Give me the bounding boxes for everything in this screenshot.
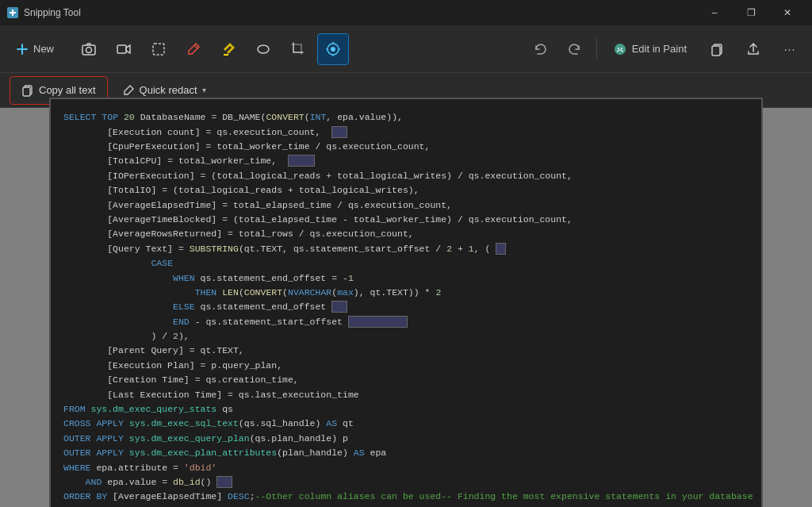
svg-rect-8 [153, 44, 164, 55]
title-bar-left: Snipping Tool [6, 6, 81, 19]
content-area: SELECT TOP 20 DatabaseName = DB_NAME(CON… [0, 108, 812, 507]
svg-point-17 [615, 44, 626, 55]
share-icon [746, 42, 760, 56]
minimize-button[interactable]: – [696, 0, 733, 25]
video-icon [116, 41, 132, 57]
crop-button[interactable] [282, 33, 314, 65]
copy-all-text-label: Copy all text [39, 84, 96, 96]
close-button[interactable]: ✕ [769, 0, 806, 25]
svg-point-6 [86, 47, 92, 52]
divider-1 [596, 38, 597, 60]
undo-redo-group [525, 33, 590, 65]
quick-redact-icon [122, 84, 135, 97]
title-bar-controls: – ❐ ✕ [696, 0, 806, 25]
toolbar: New [0, 25, 812, 73]
copy-icon [710, 42, 724, 56]
more-options-button[interactable]: ··· [774, 33, 806, 65]
svg-point-12 [331, 47, 335, 52]
paint-icon [613, 42, 627, 56]
svg-rect-23 [23, 87, 30, 96]
highlighter-icon [220, 41, 236, 57]
svg-point-19 [621, 48, 622, 49]
video-mode-button[interactable] [108, 33, 140, 65]
svg-point-10 [258, 45, 269, 53]
highlighter-button[interactable] [213, 33, 244, 65]
camera-mode-button[interactable] [73, 33, 105, 65]
copy-button[interactable] [701, 33, 733, 65]
undo-icon [534, 42, 548, 56]
quick-redact-label: Quick redact [140, 84, 197, 96]
svg-rect-2 [12, 10, 13, 16]
svg-rect-9 [224, 54, 228, 56]
pen-icon [186, 41, 201, 57]
freeform-button[interactable] [143, 33, 174, 65]
eraser-button[interactable] [247, 33, 279, 65]
code-image: SELECT TOP 20 DatabaseName = DB_NAME(CON… [49, 98, 763, 507]
plus-icon [16, 43, 29, 56]
svg-point-18 [618, 48, 619, 49]
edit-paint-label: Edit in Paint [632, 43, 687, 55]
pen-button[interactable] [178, 33, 209, 65]
camera-icon [81, 41, 97, 57]
dropdown-arrow-icon: ▾ [202, 86, 206, 94]
app-title: Snipping Tool [24, 7, 81, 18]
redo-button[interactable] [558, 33, 590, 65]
svg-rect-21 [712, 46, 720, 56]
maximize-button[interactable]: ❐ [733, 0, 769, 25]
share-button[interactable] [737, 33, 769, 65]
edit-paint-button[interactable]: Edit in Paint [603, 35, 696, 63]
undo-button[interactable] [525, 33, 557, 65]
crop-icon [290, 41, 306, 57]
new-button[interactable]: New [6, 35, 63, 63]
svg-rect-7 [117, 45, 126, 53]
copy-all-icon [21, 84, 34, 97]
more-dots: ··· [784, 43, 796, 56]
app-icon [6, 6, 19, 19]
toolbar-right: Edit in Paint ··· [603, 33, 806, 65]
title-bar: Snipping Tool – ❐ ✕ [0, 0, 812, 25]
new-label: New [33, 43, 54, 55]
redo-icon [567, 42, 581, 56]
eraser-icon [255, 41, 271, 57]
freeform-icon [151, 41, 167, 57]
redact-button[interactable] [317, 33, 349, 65]
redact-icon [325, 41, 341, 57]
